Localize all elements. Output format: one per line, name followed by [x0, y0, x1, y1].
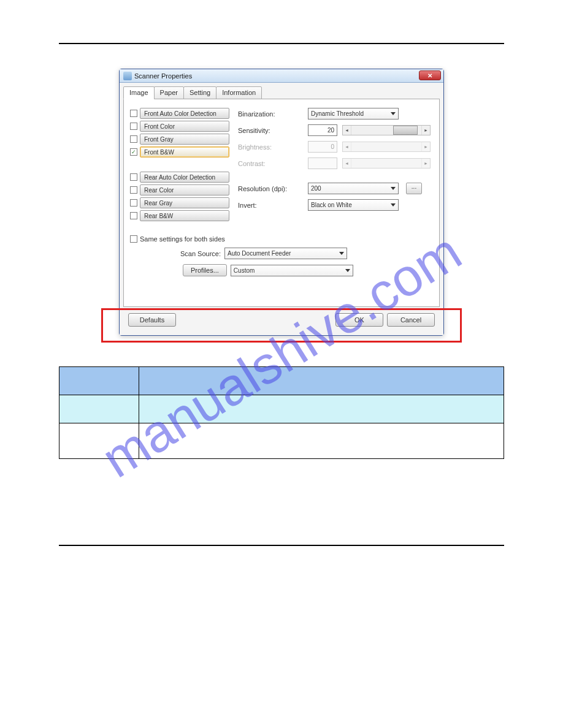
defaults-button-label: Defaults	[140, 316, 164, 324]
rear-bw-button[interactable]: Rear B&W	[140, 210, 229, 221]
brightness-label: Brightness:	[238, 143, 303, 151]
window-title: Scanner Properties	[134, 72, 192, 80]
rear-auto-color-checkbox[interactable]	[130, 173, 137, 181]
sensitivity-slider[interactable]: ◄ ►	[342, 125, 431, 135]
sensitivity-value: 20	[327, 127, 334, 134]
binarization-combo[interactable]: Dynamic Threshold	[308, 108, 399, 119]
window-close-button[interactable]: ✕	[419, 70, 441, 80]
tab-panel-image: Front Auto Color Detection Front Color	[123, 99, 440, 307]
front-bw-button[interactable]: Front B&W	[140, 146, 229, 157]
binarization-label: Binarization:	[238, 110, 303, 118]
profiles-button-label: Profiles...	[191, 267, 219, 274]
resolution-more-button[interactable]: ...	[406, 183, 422, 194]
front-color-row: Front Color	[130, 121, 229, 132]
front-color-button[interactable]: Front Color	[140, 121, 229, 132]
slider-arrow-right-icon: ►	[421, 126, 430, 135]
invert-row: Invert: Black on White	[238, 199, 431, 211]
rear-gray-label: Rear Gray	[144, 200, 172, 207]
window-titlebar: Scanner Properties ✕	[120, 69, 443, 83]
tab-image[interactable]: Image	[123, 86, 155, 99]
front-bw-row: ✓ Front B&W	[130, 146, 229, 157]
tab-paper[interactable]: Paper	[154, 86, 184, 99]
front-gray-button[interactable]: Front Gray	[140, 134, 229, 145]
window-body: Image Paper Setting Information Front Au…	[120, 83, 443, 335]
invert-label: Invert:	[238, 202, 303, 209]
brightness-slider: ◄ ►	[342, 142, 431, 152]
dialog-wrap: Scanner Properties ✕ Image Paper Setting…	[59, 69, 504, 336]
resolution-row: Resolution (dpi): 200 ...	[238, 183, 431, 194]
front-auto-color-row: Front Auto Color Detection	[130, 108, 229, 119]
brightness-row: Brightness: 0 ◄ ►	[238, 141, 431, 153]
contrast-row: Contrast: ◄ ►	[238, 157, 431, 169]
contrast-slider: ◄ ►	[342, 158, 431, 169]
defaults-button[interactable]: Defaults	[128, 313, 176, 327]
scanner-icon	[123, 72, 132, 80]
scanner-properties-window: Scanner Properties ✕ Image Paper Setting…	[119, 69, 444, 336]
invert-combo[interactable]: Black on White	[308, 199, 399, 211]
front-bw-checkbox[interactable]: ✓	[130, 148, 137, 156]
profiles-value: Custom	[234, 267, 255, 274]
sensitivity-label: Sensitivity:	[238, 127, 303, 134]
rear-color-checkbox[interactable]	[130, 186, 137, 194]
profiles-combo[interactable]: Custom	[231, 265, 353, 276]
tab-setting[interactable]: Setting	[183, 86, 216, 99]
brightness-value-field: 0	[308, 141, 337, 153]
table-cell	[59, 395, 139, 423]
close-icon: ✕	[427, 72, 432, 79]
image-settings-column: Binarization: Dynamic Threshold Sensitiv…	[238, 108, 431, 223]
resolution-combo[interactable]: 200	[308, 183, 399, 194]
tabstrip: Image Paper Setting Information	[123, 86, 440, 99]
table-row	[59, 395, 504, 423]
front-auto-color-checkbox[interactable]	[130, 110, 137, 117]
profiles-row: Profiles... Custom	[183, 264, 431, 276]
same-settings-label: Same settings for both sides	[140, 235, 225, 243]
rear-auto-color-row: Rear Auto Color Detection	[130, 172, 229, 183]
table-row	[59, 367, 504, 395]
profiles-button[interactable]: Profiles...	[183, 264, 227, 276]
rear-gray-button[interactable]: Rear Gray	[140, 197, 229, 208]
front-color-checkbox[interactable]	[130, 123, 137, 130]
table-row	[59, 423, 504, 459]
tab-information[interactable]: Information	[216, 86, 262, 99]
front-color-label: Front Color	[144, 123, 175, 130]
brightness-value: 0	[331, 143, 334, 150]
rear-auto-color-button[interactable]: Rear Auto Color Detection	[140, 172, 229, 183]
rear-bw-row: Rear B&W	[130, 210, 229, 221]
scan-source-label: Scan Source:	[130, 250, 221, 257]
rear-gray-checkbox[interactable]	[130, 199, 137, 207]
slider-arrow-left-icon: ◄	[343, 142, 351, 151]
front-gray-checkbox[interactable]	[130, 135, 137, 143]
rear-bw-checkbox[interactable]	[130, 212, 137, 219]
scan-source-combo[interactable]: Auto Document Feeder	[224, 248, 347, 259]
scan-source-row: Scan Source: Auto Document Feeder	[130, 248, 431, 259]
ok-button-label: OK	[354, 316, 364, 324]
dialog-button-bar: Defaults OK Cancel	[123, 309, 440, 330]
panel-columns: Front Auto Color Detection Front Color	[130, 108, 431, 223]
front-auto-color-label: Front Auto Color Detection	[144, 110, 216, 117]
table-cell	[59, 367, 139, 395]
bottom-horizontal-rule	[59, 545, 504, 546]
chevron-down-icon	[391, 187, 396, 190]
binarization-value: Dynamic Threshold	[311, 110, 364, 117]
resolution-label: Resolution (dpi):	[238, 185, 303, 192]
slider-arrow-left-icon: ◄	[343, 159, 351, 168]
top-horizontal-rule	[59, 43, 504, 44]
front-bw-label-text: Front B&W	[144, 149, 174, 156]
front-auto-color-button[interactable]: Front Auto Color Detection	[140, 108, 229, 119]
ok-button[interactable]: OK	[335, 313, 383, 327]
rear-bw-label: Rear B&W	[144, 213, 173, 219]
slider-arrow-left-icon: ◄	[343, 126, 351, 135]
rear-gray-row: Rear Gray	[130, 197, 229, 208]
sensitivity-row: Sensitivity: 20 ◄ ►	[238, 124, 431, 136]
contrast-value-field	[308, 157, 337, 169]
slider-thumb[interactable]	[393, 126, 418, 135]
rear-color-label: Rear Color	[144, 187, 174, 194]
rear-color-button[interactable]: Rear Color	[140, 184, 229, 195]
cancel-button[interactable]: Cancel	[387, 313, 435, 327]
sensitivity-value-field[interactable]: 20	[308, 124, 337, 136]
cancel-button-label: Cancel	[400, 316, 421, 324]
same-settings-checkbox[interactable]	[130, 235, 137, 243]
table-cell	[139, 367, 504, 395]
front-gray-label: Front Gray	[144, 136, 174, 143]
front-gray-row: Front Gray	[130, 134, 229, 145]
